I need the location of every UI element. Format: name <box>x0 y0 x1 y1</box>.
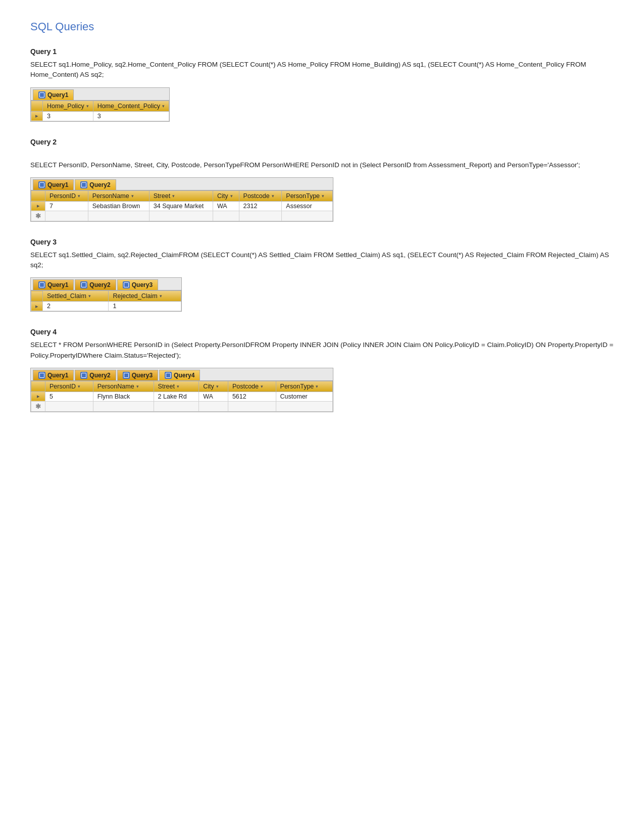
query3-tab-query3[interactable]: Query3 <box>117 279 158 290</box>
query1-title: Query 1 <box>30 47 614 56</box>
col-rejected-claim: Rejected_Claim▾ <box>109 291 181 302</box>
cell-settled: 2 <box>43 302 109 311</box>
query4-tab-query1[interactable]: Query1 <box>33 370 74 380</box>
query3-tab-query2[interactable]: Query2 <box>75 279 116 290</box>
query2-title: Query 2 <box>30 138 614 146</box>
col-home-policy: Home_Policy ▾ <box>43 101 93 111</box>
col-personid: PersonID▾ <box>45 190 88 201</box>
row-indicator-header <box>31 101 43 111</box>
query2-sql: SELECT PersonID, PersonName, Street, Cit… <box>30 160 614 170</box>
sort4-personid[interactable]: ▾ <box>78 384 80 389</box>
cell-rejected: 1 <box>109 302 181 311</box>
table-new-row-4: ✱ <box>31 401 333 411</box>
sort-personname[interactable]: ▾ <box>131 193 134 199</box>
cell4-personname: Flynn Black <box>93 391 154 401</box>
page-title: SQL Queries <box>30 20 614 33</box>
row-indicator-header4 <box>31 381 45 391</box>
query4-tab-query4[interactable]: Query4 <box>159 370 200 380</box>
tab-icon-q4-3 <box>123 372 130 379</box>
cell-postcode: 2312 <box>239 201 282 211</box>
query1-section: Query 1 SELECT sq1.Home_Policy, sq2.Home… <box>30 47 614 124</box>
new4-cell-5 <box>228 401 276 411</box>
new4-cell-4 <box>199 401 228 411</box>
table-row: ▸ 2 1 <box>31 302 181 311</box>
col-persontype: PersonType▾ <box>282 190 333 201</box>
tab-icon-q4-4 <box>165 372 172 379</box>
col-home-content-policy: Home_Content_Policy ▾ <box>93 101 169 111</box>
tab-icon-q3-2 <box>80 281 87 288</box>
query2-tab-query1[interactable]: Query1 <box>33 179 74 190</box>
sort-icon-2[interactable]: ▾ <box>162 104 165 109</box>
row-arrow2: ▸ <box>31 201 45 211</box>
new-cell-6 <box>282 211 333 221</box>
new4-cell-2 <box>93 401 154 411</box>
tab-icon-q3-3 <box>123 281 130 288</box>
row-indicator-header3 <box>31 291 43 302</box>
query3-tabs-bar: Query1 Query2 Query3 <box>31 278 181 290</box>
col-street: Street▾ <box>149 190 213 201</box>
query1-result: Query1 Home_Policy ▾ Home_Content_Pol <box>30 87 170 122</box>
sort-personid[interactable]: ▾ <box>78 193 80 199</box>
table-row: ▸ 7 Sebastian Brown 34 Square Market WA … <box>31 201 333 211</box>
query4-section: Query 4 SELECT * FROM PersonWHERE Person… <box>30 328 614 414</box>
cell-personid: 7 <box>45 201 88 211</box>
sort-rejected[interactable]: ▾ <box>160 293 162 299</box>
col4-personid: PersonID▾ <box>45 381 93 391</box>
query3-tab-query1[interactable]: Query1 <box>33 279 74 290</box>
col-settled-claim: Settled_Claim▾ <box>43 291 109 302</box>
sort-city[interactable]: ▾ <box>230 193 233 199</box>
cell4-city: WA <box>199 391 228 401</box>
query2-result: Query1 Query2 PersonID▾ PersonName▾ <box>30 177 333 222</box>
tab-icon-q3-1 <box>38 281 45 288</box>
sort4-postcode[interactable]: ▾ <box>261 384 263 389</box>
new-cell-1 <box>45 211 88 221</box>
query1-tab-query1[interactable]: Query1 <box>33 89 74 100</box>
new4-cell-6 <box>276 401 332 411</box>
cell-street: 34 Square Market <box>149 201 213 211</box>
query4-tab-query3[interactable]: Query3 <box>117 370 158 380</box>
tab-icon-q1 <box>38 181 45 188</box>
col-personname: PersonName▾ <box>88 190 149 201</box>
query3-sql: SELECT sq1.Settled_Claim, sq2.Rejected_C… <box>30 250 614 271</box>
sort4-persontype[interactable]: ▾ <box>316 384 318 389</box>
query2-tab-query2[interactable]: Query2 <box>75 179 116 190</box>
new-cell-5 <box>239 211 282 221</box>
query2-table: PersonID▾ PersonName▾ Street▾ City▾ Post… <box>31 190 333 221</box>
sort-settled[interactable]: ▾ <box>88 293 91 299</box>
col4-postcode: Postcode▾ <box>228 381 276 391</box>
cell-home-policy: 3 <box>43 111 93 121</box>
table-row: ▸ 3 3 <box>31 111 169 121</box>
new-cell-2 <box>88 211 149 221</box>
sort-postcode[interactable]: ▾ <box>272 193 274 199</box>
col-city: City▾ <box>213 190 239 201</box>
tab-icon-1 <box>38 91 45 99</box>
col4-personname: PersonName▾ <box>93 381 154 391</box>
tab-icon-q4-2 <box>80 372 87 379</box>
cell-persontype: Assessor <box>282 201 333 211</box>
row-arrow4: ▸ <box>31 391 45 401</box>
sort4-street[interactable]: ▾ <box>177 384 179 389</box>
query3-result: Query1 Query2 Query3 Settled_Claim▾ R <box>30 277 182 312</box>
row-indicator-header2 <box>31 190 45 201</box>
query4-title: Query 4 <box>30 328 614 336</box>
query4-tab-query2[interactable]: Query2 <box>75 370 116 380</box>
query2-tabs-bar: Query1 Query2 <box>31 178 333 190</box>
cell4-persontype: Customer <box>276 391 332 401</box>
new-row-indicator: ✱ <box>31 211 45 221</box>
cell4-personid: 5 <box>45 391 93 401</box>
table-row: ▸ 5 Flynn Black 2 Lake Rd WA 5612 Custom… <box>31 391 333 401</box>
cell-home-content-policy: 3 <box>93 111 169 121</box>
col4-persontype: PersonType▾ <box>276 381 332 391</box>
query1-tabs-bar: Query1 <box>31 88 169 101</box>
sort-street[interactable]: ▾ <box>172 193 175 199</box>
sort-icon-1[interactable]: ▾ <box>86 104 89 109</box>
sort-persontype[interactable]: ▾ <box>322 193 324 199</box>
new-cell-3 <box>149 211 213 221</box>
cell4-postcode: 5612 <box>228 391 276 401</box>
query3-section: Query 3 SELECT sq1.Settled_Claim, sq2.Re… <box>30 238 614 314</box>
cell4-street: 2 Lake Rd <box>154 391 199 401</box>
cell-city: WA <box>213 201 239 211</box>
cell-personname: Sebastian Brown <box>88 201 149 211</box>
sort4-city[interactable]: ▾ <box>216 384 219 389</box>
sort4-personname[interactable]: ▾ <box>136 384 139 389</box>
